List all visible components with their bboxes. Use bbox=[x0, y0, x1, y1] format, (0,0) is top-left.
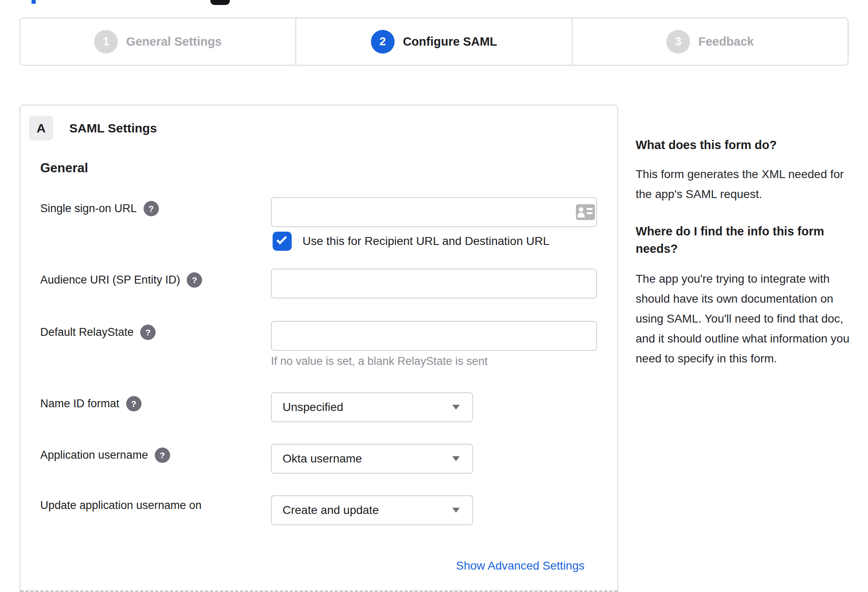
cropped-header-fragment-dark bbox=[210, 0, 230, 5]
select-value: Unspecified bbox=[283, 401, 343, 414]
name-id-format-select[interactable]: Unspecified bbox=[271, 392, 473, 422]
step-general-settings[interactable]: 1 General Settings bbox=[20, 18, 295, 65]
audience-uri-input[interactable] bbox=[271, 269, 597, 298]
step-feedback[interactable]: 3 Feedback bbox=[572, 18, 848, 65]
label-audience-uri: Audience URI (SP Entity ID) ? bbox=[40, 272, 202, 288]
contact-card-icon[interactable] bbox=[576, 204, 595, 220]
step-label: General Settings bbox=[126, 35, 222, 49]
recipient-url-checkbox-row: Use this for Recipient URL and Destinati… bbox=[273, 232, 549, 251]
field-label-text: Default RelayState bbox=[40, 326, 134, 339]
show-advanced-settings-link[interactable]: Show Advanced Settings bbox=[456, 559, 585, 572]
card-icon-line bbox=[587, 212, 592, 214]
application-username-select[interactable]: Okta username bbox=[271, 444, 473, 474]
relaystate-helper-text: If no value is set, a blank RelayState i… bbox=[271, 355, 488, 368]
update-app-username-select[interactable]: Create and update bbox=[271, 495, 473, 525]
field-label-text: Single sign-on URL bbox=[40, 202, 137, 215]
single-sign-on-url-input[interactable] bbox=[271, 197, 597, 227]
card-icon-head bbox=[579, 207, 583, 212]
wizard-stepper: 1 General Settings 2 Configure SAML 3 Fe… bbox=[20, 17, 848, 66]
step-number-badge: 1 bbox=[94, 30, 118, 54]
dropdown-arrow-icon bbox=[452, 508, 460, 513]
label-default-relaystate: Default RelayState ? bbox=[40, 325, 156, 340]
saml-settings-panel: A SAML Settings General Single sign-on U… bbox=[20, 105, 618, 592]
sidebar-body-what: This form generates the XML needed for t… bbox=[636, 164, 850, 204]
help-icon[interactable]: ? bbox=[126, 396, 141, 411]
checkbox-label: Use this for Recipient URL and Destinati… bbox=[302, 235, 549, 248]
step-configure-saml[interactable]: 2 Configure SAML bbox=[295, 18, 571, 65]
checkmark-icon bbox=[276, 234, 287, 244]
default-relaystate-input[interactable] bbox=[271, 321, 597, 351]
step-number-badge: 2 bbox=[371, 30, 395, 54]
label-single-sign-on-url: Single sign-on URL ? bbox=[40, 201, 159, 216]
help-icon[interactable]: ? bbox=[144, 201, 159, 216]
section-title: SAML Settings bbox=[69, 121, 157, 135]
section-a-badge: A bbox=[29, 116, 53, 140]
label-name-id-format: Name ID format ? bbox=[40, 396, 141, 411]
help-icon[interactable]: ? bbox=[155, 448, 170, 463]
step-label: Configure SAML bbox=[403, 35, 497, 49]
sidebar-heading-what: What does this form do? bbox=[636, 136, 850, 154]
dropdown-arrow-icon bbox=[452, 456, 460, 461]
help-sidebar: What does this form do? This form genera… bbox=[636, 136, 850, 369]
field-label-text: Update application username on bbox=[40, 499, 202, 512]
select-value: Okta username bbox=[283, 452, 362, 465]
field-label-text: Application username bbox=[40, 449, 148, 462]
label-application-username: Application username ? bbox=[40, 448, 170, 463]
step-label: Feedback bbox=[698, 35, 754, 49]
field-label-text: Name ID format bbox=[40, 397, 119, 410]
card-icon-line bbox=[587, 208, 592, 210]
help-icon[interactable]: ? bbox=[140, 325, 156, 340]
help-icon[interactable]: ? bbox=[187, 272, 202, 288]
card-icon-body bbox=[578, 213, 585, 218]
dropdown-arrow-icon bbox=[452, 405, 460, 410]
field-label-text: Audience URI (SP Entity ID) bbox=[40, 274, 180, 286]
recipient-url-checkbox[interactable] bbox=[273, 232, 292, 251]
cropped-header-fragment-blue bbox=[32, 0, 36, 4]
step-number-badge: 3 bbox=[666, 30, 690, 54]
dashed-section-divider bbox=[20, 590, 617, 592]
group-title-general: General bbox=[40, 161, 88, 176]
sidebar-body-where: The app you're trying to integrate with … bbox=[636, 269, 850, 369]
select-value: Create and update bbox=[283, 504, 379, 517]
sidebar-heading-where: Where do I find the info this form needs… bbox=[636, 223, 831, 257]
label-update-app-username: Update application username on bbox=[40, 499, 202, 512]
